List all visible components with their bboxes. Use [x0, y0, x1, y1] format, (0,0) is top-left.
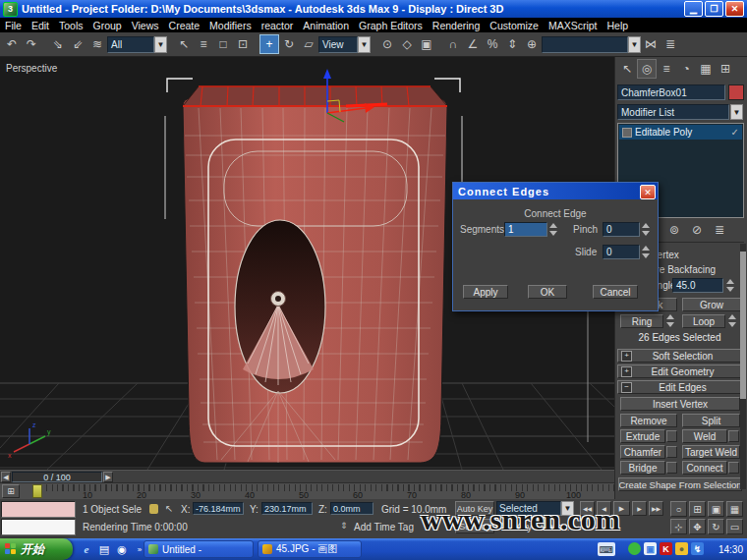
insert-vertex-button[interactable]: Insert Vertex — [620, 397, 740, 411]
select-and-link-icon[interactable]: ⇘ — [48, 34, 68, 54]
menu-help[interactable]: Help — [603, 20, 634, 31]
frame-forward-icon[interactable]: ▶ — [103, 472, 113, 482]
lightbulb-icon[interactable] — [622, 128, 632, 138]
ring-spinner[interactable] — [665, 313, 675, 328]
menu-customize[interactable]: Customize — [485, 20, 544, 31]
panel-scrollbar-thumb[interactable] — [740, 252, 746, 399]
maxscript-listener-pink[interactable] — [1, 501, 76, 518]
connect-button[interactable]: Connect — [682, 461, 727, 475]
tab-display-icon[interactable]: ▦ — [696, 59, 716, 79]
ok-button[interactable]: OK — [528, 285, 567, 299]
title-bar[interactable]: 3 Untitled - Project Folder: D:\My Docum… — [0, 0, 747, 18]
select-manipulate-icon[interactable]: ◇ — [397, 34, 417, 54]
tray-green-icon[interactable] — [628, 542, 641, 555]
selection-region-icon[interactable]: □ — [213, 34, 233, 54]
align-icon[interactable]: ≣ — [661, 34, 680, 54]
time-ruler[interactable]: ⊞ 10 20 30 40 50 60 70 80 90 100 — [0, 482, 614, 499]
create-shape-button[interactable]: Create Shape From Selection — [618, 477, 742, 491]
minimize-button[interactable]: ▁ — [684, 1, 703, 17]
select-and-move-icon[interactable]: + — [259, 34, 279, 54]
kbd-override-icon[interactable]: ⊕ — [522, 34, 542, 54]
desktop-icon[interactable]: ▤ — [96, 541, 112, 557]
tray-lock-icon[interactable]: ● — [675, 542, 688, 555]
tray-update-icon[interactable]: ↯ — [691, 542, 704, 555]
bridge-settings-icon[interactable] — [666, 462, 677, 474]
segments-spinner[interactable] — [548, 222, 558, 237]
connect-edges-dialog[interactable]: Connect Edges ✕ Connect Edge Segments: 1… — [452, 182, 659, 311]
coord-system-dropdown[interactable]: View — [318, 36, 358, 53]
select-and-rotate-icon[interactable]: ↻ — [279, 34, 299, 54]
by-angle-field[interactable]: 45.0 — [672, 278, 723, 293]
angle-snap-icon[interactable]: ∠ — [463, 34, 483, 54]
segments-field[interactable]: 1 — [504, 222, 547, 237]
weld-settings-icon[interactable] — [728, 430, 739, 442]
menu-tools[interactable]: Tools — [54, 20, 88, 31]
maxscript-listener-white[interactable] — [1, 519, 76, 535]
apply-button[interactable]: Apply — [463, 285, 508, 299]
restore-button[interactable]: ❐ — [705, 1, 723, 17]
configure-modifier-sets-icon[interactable]: ≣ — [712, 222, 727, 238]
menu-file[interactable]: File — [0, 20, 27, 31]
keyboard-shortcut-icon[interactable]: ▣ — [417, 34, 436, 54]
dialog-title-bar[interactable]: Connect Edges — [453, 183, 658, 199]
ring-button[interactable]: Ring — [620, 314, 663, 328]
menu-rendering[interactable]: Rendering — [428, 20, 485, 31]
menu-graph-editors[interactable]: Graph Editors — [354, 20, 428, 31]
window-crossing-icon[interactable]: ⊡ — [233, 34, 253, 54]
select-object-icon[interactable]: ↖ — [174, 34, 194, 54]
taskbar-item-paint[interactable]: 45.JPG - 画图 — [258, 540, 362, 558]
loop-button[interactable]: Loop — [682, 314, 725, 328]
y-coord-field[interactable]: 230.17mm — [261, 502, 313, 515]
tab-create-icon[interactable]: ↖ — [617, 59, 637, 79]
redo-icon[interactable]: ↷ — [22, 34, 41, 54]
selection-filter-arrow-icon[interactable]: ▼ — [154, 36, 167, 53]
menu-create[interactable]: Create — [164, 20, 205, 31]
spinner-snap-icon[interactable]: ⇕ — [502, 34, 522, 54]
panel-scrollbar[interactable] — [740, 244, 746, 489]
tab-hierarchy-icon[interactable]: ≡ — [657, 59, 676, 79]
object-color-swatch[interactable] — [728, 84, 744, 100]
split-button[interactable]: Split — [682, 414, 740, 427]
weld-button[interactable]: Weld — [682, 429, 727, 443]
coord-system-arrow-icon[interactable]: ▼ — [358, 36, 371, 53]
modifier-list-arrow-icon[interactable]: ▼ — [730, 104, 743, 120]
x-coord-field[interactable]: -76.184mm — [193, 502, 244, 515]
tab-utilities-icon[interactable]: ⊞ — [716, 59, 735, 79]
remove-button[interactable]: Remove — [620, 414, 677, 427]
named-selection-arrow-icon[interactable]: ▼ — [628, 36, 641, 53]
bind-spacewarp-icon[interactable]: ≋ — [87, 34, 107, 54]
select-and-scale-icon[interactable]: ▱ — [299, 34, 318, 54]
tab-modify-icon[interactable]: ◎ — [637, 59, 657, 79]
rollout-edit-edges[interactable]: − Edit Edges — [617, 380, 743, 394]
extrude-settings-icon[interactable] — [666, 430, 677, 442]
target-weld-button[interactable]: Target Weld — [682, 445, 740, 459]
by-angle-spinner[interactable] — [725, 278, 735, 293]
slide-spinner[interactable] — [641, 245, 651, 259]
menu-views[interactable]: Views — [127, 20, 164, 31]
time-tag-spinner-icon[interactable]: ⇕ — [340, 521, 348, 531]
add-time-tag[interactable]: Add Time Tag — [354, 522, 414, 532]
use-pivot-center-icon[interactable]: ⊙ — [377, 34, 397, 54]
rollout-edit-geometry[interactable]: + Edit Geometry — [617, 364, 743, 378]
z-coord-field[interactable]: 0.0mm — [330, 502, 374, 515]
snap-toggle-icon[interactable]: ∩ — [443, 34, 463, 54]
grow-button[interactable]: Grow — [682, 298, 741, 311]
cancel-button[interactable]: Cancel — [593, 285, 638, 299]
media-player-icon[interactable]: ◉ — [114, 541, 130, 557]
selection-filter-dropdown[interactable]: All — [107, 36, 154, 53]
start-button[interactable]: 开始 — [0, 538, 73, 560]
remove-modifier-icon[interactable]: ⊘ — [689, 222, 705, 238]
menu-group[interactable]: Group — [88, 20, 127, 31]
menu-edit[interactable]: Edit — [27, 20, 54, 31]
menu-modifiers[interactable]: Modifiers — [204, 20, 257, 31]
time-slider[interactable] — [32, 484, 42, 498]
language-bar-icon[interactable]: ⌨ — [598, 542, 615, 556]
rollout-soft-selection[interactable]: + Soft Selection — [617, 349, 743, 363]
frame-back-icon[interactable]: ◀ — [1, 472, 11, 482]
menu-reactor[interactable]: reactor — [257, 20, 299, 31]
menu-maxscript[interactable]: MAXScript — [544, 20, 603, 31]
bridge-button[interactable]: Bridge — [620, 461, 665, 475]
chamfer-button[interactable]: Chamfer — [620, 445, 665, 459]
menu-animation[interactable]: Animation — [298, 20, 354, 31]
connect-settings-icon[interactable] — [728, 462, 739, 474]
